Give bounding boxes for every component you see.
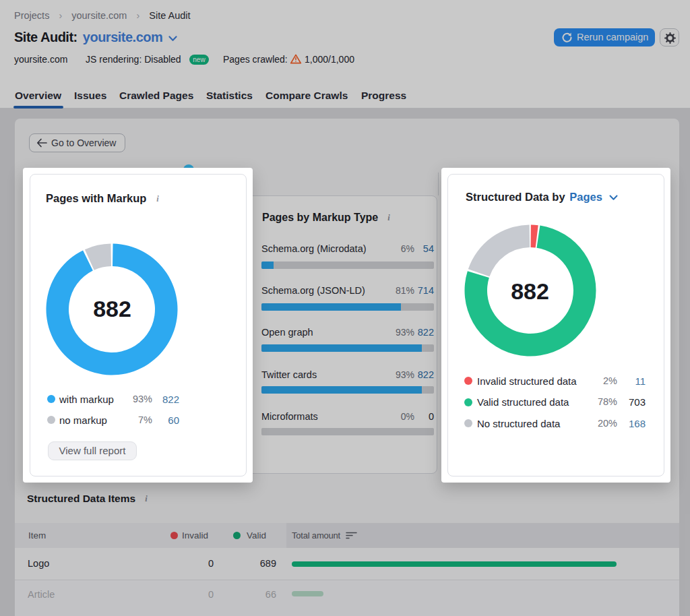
svg-text:i: i (156, 194, 159, 204)
